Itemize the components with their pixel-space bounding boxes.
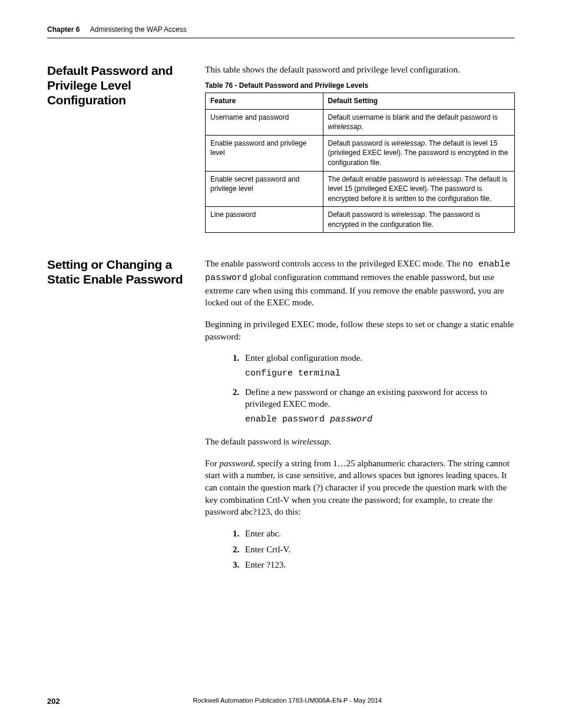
chapter-label: Chapter 6 [47,25,80,34]
cell-setting: Default password is wirelessap. The defa… [323,135,515,171]
section-heading: Default Password and Privilege Level Con… [47,64,205,107]
code-pre: enable password [245,414,330,424]
p3-b: . [329,437,331,446]
setting-pre: Default password is [328,139,392,147]
steps-list: Enter global configuration mode. configu… [205,352,515,426]
paragraph: The enable password controls access to t… [205,258,515,309]
paragraph: For password, specify a string from 1…25… [205,457,515,518]
section-body: This table shows the default password an… [205,64,515,233]
table-row: Username and password Default username i… [206,109,515,135]
setting-pre: Default password is [328,210,392,219]
page-content: Default Password and Privilege Level Con… [47,64,515,575]
substep-item: Enter Crtl-V. [242,543,515,556]
page-footer: 202 Rockwell Automation Publication 1783… [47,696,515,707]
step-text: Enter global configuration mode. [245,353,362,363]
setting-em: wirelessap [428,175,461,183]
substep-item: Enter ?123. [242,559,515,571]
cell-setting: Default password is wirelessap. The pass… [323,207,515,233]
p1-text-b: global configuration command removes the… [205,272,504,307]
p3-em: wirelessap [292,437,329,446]
section-body: The enable password controls access to t… [205,258,515,575]
setting-em: wirelessap [392,210,425,219]
p1-text-a: The enable password controls access to t… [205,259,462,268]
table-header-row: Feature Default Setting [206,93,515,110]
step-code: enable password password [245,414,515,426]
section-static-enable-password: Setting or Changing a Static Enable Pass… [47,258,515,575]
cell-feature: Enable password and privilege level [206,135,323,171]
section-default-password: Default Password and Privilege Level Con… [47,64,515,233]
step-item: Enter global configuration mode. configu… [242,352,515,380]
table-row: Line password Default password is wirele… [206,207,515,233]
chapter-title: Administering the WAP Access [90,25,187,34]
p4-a: For [205,459,220,468]
table-caption: Table 76 - Default Password and Privileg… [205,81,515,91]
substep-item: Enter abc. [242,528,515,540]
cell-setting: The default enable password is wirelessa… [323,171,515,207]
table-row: Enable secret password and privilege lev… [206,171,515,207]
col-default-setting: Default Setting [323,93,515,110]
default-password-table: Feature Default Setting Username and pas… [205,93,515,233]
section-heading: Setting or Changing a Static Enable Pass… [47,258,205,287]
substeps-list: Enter abc. Enter Crtl-V. Enter ?123. [205,528,515,571]
step-code: configure terminal [245,368,515,380]
page-header: Chapter 6 Administering the WAP Access [47,25,515,38]
setting-em: wirelessap [328,123,362,131]
cell-setting: Default username is blank and the defaul… [323,109,515,135]
p4-em: password [220,459,253,468]
paragraph: Beginning in privileged EXEC mode, follo… [205,318,515,342]
cell-feature: Enable secret password and privilege lev… [206,171,323,207]
intro-text: This table shows the default password an… [205,64,515,76]
paragraph: The default password is wirelessap. [205,436,515,448]
publication-info: Rockwell Automation Publication 1783-UM0… [47,696,515,705]
col-feature: Feature [206,93,323,110]
code-arg: password [330,414,372,424]
p3-a: The default password is [205,437,292,446]
document-page: Chapter 6 Administering the WAP Access D… [0,0,562,728]
cell-feature: Line password [206,207,323,233]
step-text: Define a new password or change an exist… [245,387,487,409]
setting-post: . [361,123,363,131]
table-row: Enable password and privilege level Defa… [206,135,515,171]
setting-em: wirelessap [392,139,425,147]
cell-feature: Username and password [206,109,323,135]
step-item: Define a new password or change an exist… [242,386,515,426]
page-number: 202 [47,696,60,707]
setting-pre: The default enable password is [328,175,428,183]
setting-pre: Default username is blank and the defaul… [328,113,498,121]
